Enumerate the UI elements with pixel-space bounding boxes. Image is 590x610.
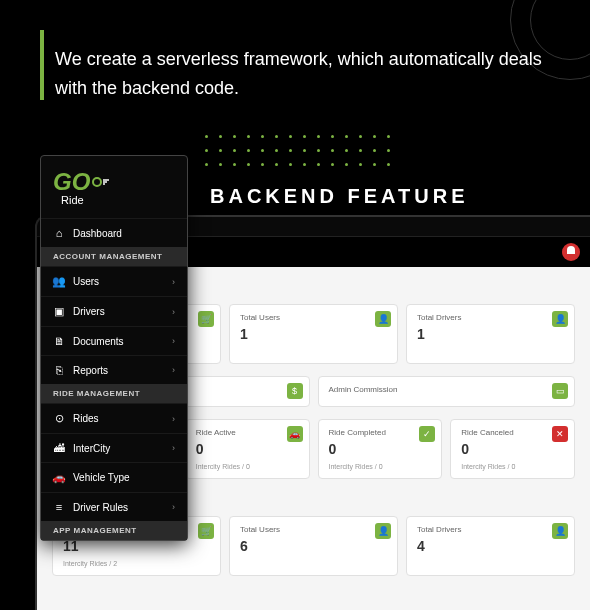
chevron-right-icon: › [172,307,175,317]
logo-sub: Ride [61,194,84,206]
stat-card: Ride Completed0Intercity Rides / 0✓ [318,419,443,479]
nav-item-vehicle-type[interactable]: 🚗Vehicle Type [41,462,187,492]
stat-card: Ride Canceled0Intercity Rides / 0✕ [450,419,575,479]
nav-label: Rides [73,413,99,424]
card-label: Total Drivers [417,525,564,534]
vehicle-icon: 🚗 [53,471,65,484]
home-icon: ⌂ [53,227,65,239]
card-label: Total Users [240,525,387,534]
nav-item-drivers[interactable]: ▣Drivers› [41,296,187,326]
money-icon: $ [287,383,303,399]
nav-label: Reports [73,365,108,376]
users-icon: 👥 [53,275,65,288]
chevron-right-icon: › [172,502,175,512]
intercity-icon: 🏙 [53,442,65,454]
check-icon: ✓ [419,426,435,442]
card-value: 0 [196,441,299,457]
card-subtext: Intercity Rides / 0 [461,463,564,470]
chevron-right-icon: › [172,277,175,287]
drivers-icon: ▣ [53,305,65,318]
logo-main: GO [53,168,112,196]
card-value: 1 [417,326,564,342]
quote-text: We create a serverless framework, which … [55,45,560,103]
card-label: Total Drivers [417,313,564,322]
documents-icon: 🗎 [53,335,65,347]
card-value: 6 [240,538,387,554]
stat-card: Admin Commission▭ [318,376,576,407]
nav-item-users[interactable]: 👥Users› [41,266,187,296]
car-icon: 🚗 [287,426,303,442]
x-icon: ✕ [552,426,568,442]
card-label: Total Users [240,313,387,322]
section-heading: BACKEND FEATURE [210,185,469,208]
nav-item-documents[interactable]: 🗎Documents› [41,326,187,355]
card-subtext: Intercity Rides / 0 [196,463,299,470]
card-label: Admin Commission [329,385,565,394]
card-label: Ride Completed [329,428,432,437]
stat-card: Total Drivers4👤 [406,516,575,576]
user-avatar[interactable] [562,243,580,261]
rules-icon: ≡ [53,501,65,513]
card-label: Ride Canceled [461,428,564,437]
card-subtext: Intercity Rides / 2 [63,560,210,567]
nav-dashboard[interactable]: ⌂Dashboard [41,218,187,247]
chevron-right-icon: › [172,336,175,346]
nav-section-header: ACCOUNT MANAGEMENT [41,247,187,266]
svg-point-0 [93,178,101,186]
reports-icon: ⎘ [53,364,65,376]
nav-label: Documents [73,336,124,347]
nav-item-driver-rules[interactable]: ≡Driver Rules› [41,492,187,521]
rides-icon: ⊙ [53,412,65,425]
nav-item-intercity[interactable]: 🏙InterCity› [41,433,187,462]
user-icon: 👤 [375,311,391,327]
nav-label: Drivers [73,306,105,317]
nav-label: Driver Rules [73,502,128,513]
card-label: Ride Active [196,428,299,437]
logo: GO Ride [41,156,187,218]
cart-icon: 🛒 [198,311,214,327]
card-value: 4 [417,538,564,554]
stat-card: Total Users6👤 [229,516,398,576]
sidebar-nav: GO Ride ⌂Dashboard ACCOUNT MANAGEMENT👥Us… [40,155,188,541]
stat-card: Ride Active0Intercity Rides / 0🚗 [185,419,310,479]
user-icon: 👤 [552,311,568,327]
nav-item-reports[interactable]: ⎘Reports› [41,355,187,384]
stat-card: Total Users1👤 [229,304,398,364]
quote-accent-bar [40,30,44,100]
nav-label: InterCity [73,443,110,454]
chevron-right-icon: › [172,443,175,453]
nav-section-header: RIDE MANAGEMENT [41,384,187,403]
chevron-right-icon: › [172,414,175,424]
decorative-dots [205,135,395,171]
nav-label: Users [73,276,99,287]
chevron-right-icon: › [172,365,175,375]
card-value: 1 [240,326,387,342]
card-subtext: Intercity Rides / 0 [329,463,432,470]
nav-label: Vehicle Type [73,472,130,483]
user-icon: 👤 [375,523,391,539]
nav-item-rides[interactable]: ⊙Rides› [41,403,187,433]
card-value: 0 [461,441,564,457]
card-value: 0 [329,441,432,457]
nav-section-header: APP MANAGEMENT [41,521,187,540]
cart-icon: 🛒 [198,523,214,539]
stat-card: Total Drivers1👤 [406,304,575,364]
user-icon: 👤 [552,523,568,539]
card-icon: ▭ [552,383,568,399]
